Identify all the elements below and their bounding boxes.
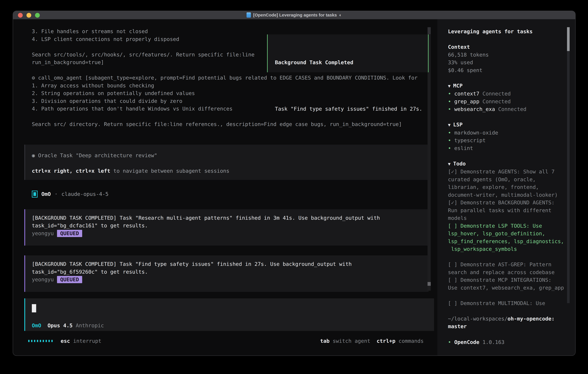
background-task-message: [BACKGROUND TASK COMPLETED] Task "Find t… [24, 255, 429, 292]
context-heading: Context [448, 43, 575, 51]
status-dot-icon: • [448, 91, 451, 97]
window-title-text: [OpenCode] Leveraging agents for tasks [253, 11, 337, 19]
close-button[interactable] [18, 13, 23, 18]
record-icon: ◉ [32, 152, 35, 158]
traffic-lights [18, 11, 40, 19]
oracle-task-box: ◉ Oracle Task "Deep architecture review"… [24, 145, 429, 180]
tab-label: switch agent [333, 338, 370, 344]
lsp-item: •typescript [448, 136, 575, 144]
session-state-icon: ◐ [339, 11, 342, 19]
mcp-item: •context7 Connected [448, 90, 575, 98]
esc-hint: esc interrupt [61, 337, 101, 345]
task-message-line: task_id="bg_6f59260c" to get results. [32, 268, 422, 276]
status-dot-icon: • [448, 339, 451, 345]
todo-item: [ ] Demonstrate LSP TOOLS: Use lsp_hover… [448, 222, 575, 253]
todo-item: [✓] Demonstrate AGENTS: Show all 7 curat… [448, 168, 575, 199]
transcript-line: 3. File handles or streams not closed [32, 28, 437, 35]
todo-item: [ ] Demonstrate MCP INTEGRATIONS: Use co… [448, 276, 575, 291]
toast-notification[interactable]: Background Task Completed Task "Find typ… [267, 34, 429, 72]
context-used: 33% used [448, 59, 575, 66]
chevron-down-icon: ▼ [448, 122, 451, 127]
gear-icon: ⚙ [32, 75, 35, 81]
app-version: 1.0.163 [483, 339, 504, 345]
git-branch: master [448, 322, 575, 330]
queued-badge: QUEUED [57, 276, 82, 283]
ctrlp-label: commands [399, 338, 424, 344]
title-bar[interactable]: [OpenCode] Leveraging agents for tasks ◐ [13, 11, 575, 19]
agent-header-row: OmO · claude-opus-4-5 [32, 190, 437, 198]
toast-body: Task "Find type safety issues" finished … [275, 105, 428, 113]
queued-badge: QUEUED [57, 230, 82, 237]
input-agent-name: OmO [32, 322, 41, 328]
content-area: 3. File handles or streams not closed 4.… [13, 19, 575, 355]
todo-item: [ ] Demonstrate AST-GREP: Pattern search… [448, 261, 575, 276]
input-model-row: OmO Opus 4.5 Anthropic [32, 322, 427, 330]
status-dot-icon: • [448, 98, 451, 104]
chevron-down-icon: ▼ [448, 83, 451, 89]
session-title: Leveraging agents for tasks [448, 28, 575, 35]
todo-item: [ ] Demonstrate MULTIMODAL: Use [448, 299, 575, 307]
app-version-row: •OpenCode 1.0.163 [448, 338, 575, 346]
context-spent: $0.46 spent [448, 66, 575, 74]
mcp-section-header[interactable]: ▼MCP [448, 82, 575, 90]
status-dot-icon: • [448, 145, 451, 151]
input-provider-name: Anthropic [76, 322, 104, 328]
separator-dot: · [54, 190, 58, 198]
input-model-name: Opus 4.5 [47, 322, 73, 328]
lsp-item: •markdown-oxide [448, 129, 575, 137]
oracle-task-title: ◉ Oracle Task "Deep architecture review" [32, 152, 422, 159]
status-bar: esc interrupt tab switch agent ctrl+p co… [13, 337, 437, 345]
agent-icon [32, 191, 38, 197]
status-dot-icon: • [448, 106, 451, 112]
tab-key: tab [320, 338, 330, 344]
shortcut-description: to navigate between subagent sessions [110, 168, 230, 174]
todo-item: [✓] Demonstrate BACKGROUND AGENTS: Run p… [448, 199, 575, 222]
text-cursor [32, 304, 36, 312]
keyboard-hints: tab switch agent ctrl+p commands [320, 337, 424, 345]
agent-model: claude-opus-4-5 [62, 190, 108, 198]
activity-dots [28, 340, 53, 342]
subagent-nav-hint: ctrl+x right, ctrl+x left to navigate be… [32, 167, 422, 175]
sidebar-scrollbar-thumb[interactable] [567, 27, 570, 51]
main-scrollbar-thumb-top[interactable] [428, 27, 431, 34]
status-dot-icon: • [448, 130, 451, 136]
toast-title: Background Task Completed [275, 59, 428, 66]
window-title: [OpenCode] Leveraging agents for tasks ◐ [247, 11, 342, 19]
chevron-down-icon: ▼ [448, 161, 451, 166]
agent-name: OmO [41, 190, 51, 198]
app-name: OpenCode [454, 339, 479, 345]
task-message-line: [BACKGROUND TASK COMPLETED] Task "Resear… [32, 214, 422, 222]
status-dot-icon: • [448, 137, 451, 143]
mcp-item: •websearch_exa Connected [448, 105, 575, 113]
task-meta-row: yeongyuQUEUED [32, 276, 422, 283]
sidebar: Leveraging agents for tasks Context 66,5… [437, 19, 575, 355]
prompt-input[interactable]: OmO Opus 4.5 Anthropic [24, 298, 434, 331]
mcp-item: •grep_app Connected [448, 98, 575, 105]
lsp-section-header[interactable]: ▼LSP [448, 121, 575, 129]
task-user: yeongyu [32, 230, 54, 236]
zoom-button[interactable] [35, 13, 40, 18]
lsp-item: •eslint [448, 144, 575, 152]
minimize-button[interactable] [26, 13, 31, 18]
folder-icon [247, 12, 251, 18]
shortcut-keys: ctrl+x right, ctrl+x left [32, 168, 110, 174]
app-window: [OpenCode] Leveraging agents for tasks ◐… [13, 11, 576, 356]
main-scrollbar-thumb-bottom[interactable] [428, 282, 431, 286]
ctrlp-key: ctrl+p [377, 338, 395, 344]
todo-section-header[interactable]: ▼Todo [448, 160, 575, 168]
background-task-message: [BACKGROUND TASK COMPLETED] Task "Resear… [24, 209, 429, 246]
task-meta-row: yeongyuQUEUED [32, 229, 422, 237]
task-message-line: [BACKGROUND TASK COMPLETED] Task "Find t… [32, 260, 422, 268]
task-user: yeongyu [32, 277, 54, 282]
sidebar-scrollbar[interactable] [567, 27, 570, 303]
workspace-path: ~/local-workspaces/oh-my-opencode: [448, 315, 575, 323]
task-message-line: task_id="bg_dcfac161" to get results. [32, 222, 422, 229]
context-tokens: 66,518 tokens [448, 51, 575, 59]
